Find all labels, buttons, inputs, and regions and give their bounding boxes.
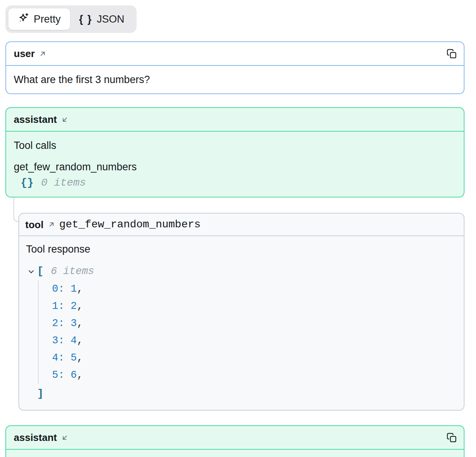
json-value: 6 — [71, 369, 77, 381]
json-value: 4 — [71, 335, 77, 346]
json-colon: : — [58, 283, 64, 295]
json-index: 4 — [52, 352, 58, 364]
json-colon: : — [58, 369, 64, 381]
json-value: 1 — [71, 283, 77, 295]
tool-call-connector-line — [13, 197, 20, 222]
arrow-down-left-icon — [61, 434, 69, 442]
user-message-text: What are the first 3 numbers? — [6, 66, 464, 93]
array-item-count: 6 items — [51, 265, 94, 277]
sparkle-icon — [18, 12, 29, 26]
array-open-bracket: [ — [37, 265, 44, 277]
copy-button[interactable] — [447, 433, 457, 443]
json-index: 2 — [52, 318, 58, 329]
json-colon: : — [58, 335, 64, 346]
chevron-down-icon — [28, 268, 35, 275]
tool-response-section-title: Tool response — [26, 243, 456, 255]
json-index: 3 — [52, 335, 58, 346]
view-toggle: Pretty { } JSON — [5, 5, 137, 33]
role-label: assistant — [14, 114, 57, 125]
json-index: 1 — [52, 300, 58, 312]
json-colon: : — [58, 318, 64, 329]
json-array-row: 4:5, — [52, 349, 456, 367]
assistant-toolcall-card: assistant Tool calls get_few_random_numb… — [5, 107, 465, 197]
json-array-row: 5:6, — [52, 367, 456, 384]
json-value: 2 — [71, 300, 77, 312]
assistant-reply-card: assistant The first 3 numbers are 1, 2, … — [5, 425, 465, 457]
json-comma: , — [77, 300, 83, 312]
user-message-card: user What are the first 3 numbers? — [5, 41, 465, 94]
json-value: 3 — [71, 318, 77, 329]
json-value: 5 — [71, 352, 77, 364]
json-comma: , — [77, 352, 83, 364]
json-array-row: 1:2, — [52, 298, 456, 315]
collapse-array-button[interactable] — [28, 268, 35, 275]
user-message-header: user — [6, 42, 464, 66]
array-close-bracket: ] — [37, 386, 456, 402]
json-array-row: 2:3, — [52, 315, 456, 332]
tab-json[interactable]: { } JSON — [70, 10, 134, 29]
tool-call-args-collapsed[interactable]: {}0 items — [21, 177, 456, 189]
copy-icon — [447, 433, 457, 443]
empty-object-braces: {} — [21, 177, 34, 189]
tab-pretty-label: Pretty — [34, 13, 61, 25]
copy-button[interactable] — [447, 49, 457, 59]
assistant-toolcall-header: assistant — [6, 108, 464, 132]
json-tree: [ 6 items 0:1, 1:2, 2:3, 3:4, 4:5, 5:6, … — [26, 265, 456, 402]
json-comma: , — [77, 369, 83, 381]
arrow-up-right-icon — [47, 220, 55, 228]
arrow-down-left-icon — [61, 116, 69, 124]
role-label: user — [14, 48, 35, 59]
json-index: 0 — [52, 283, 58, 295]
json-index: 5 — [52, 369, 58, 381]
json-array-row: 0:1, — [52, 281, 456, 298]
assistant-reply-header: assistant — [6, 426, 464, 450]
json-comma: , — [77, 335, 83, 346]
json-comma: , — [77, 283, 83, 295]
json-colon: : — [58, 352, 64, 364]
json-comma: , — [77, 318, 83, 329]
copy-icon — [447, 49, 457, 59]
tool-message-wrap: tool get_few_random_numbers Tool respons… — [18, 213, 465, 411]
role-label: assistant — [14, 432, 57, 443]
tab-json-label: JSON — [97, 13, 124, 25]
trace-viewer: Pretty { } JSON user — [0, 0, 476, 457]
tool-message-card: tool get_few_random_numbers Tool respons… — [18, 213, 465, 411]
arrow-up-right-icon — [39, 50, 47, 58]
tool-name: get_few_random_numbers — [59, 219, 201, 230]
role-label: tool — [25, 219, 44, 230]
assistant-reply-text: The first 3 numbers are 1, 2, and 3. — [6, 450, 464, 457]
tool-call-name: get_few_random_numbers — [14, 161, 456, 173]
json-array-items: 0:1, 1:2, 2:3, 3:4, 4:5, 5:6, — [38, 281, 456, 384]
json-colon: : — [58, 300, 64, 312]
tool-calls-section-title: Tool calls — [14, 139, 456, 152]
tab-pretty[interactable]: Pretty — [8, 8, 70, 30]
tool-message-header: tool get_few_random_numbers — [19, 214, 464, 236]
braces-icon: { } — [79, 13, 93, 25]
args-item-count: 0 items — [41, 177, 86, 189]
json-array-row: 3:4, — [52, 332, 456, 349]
